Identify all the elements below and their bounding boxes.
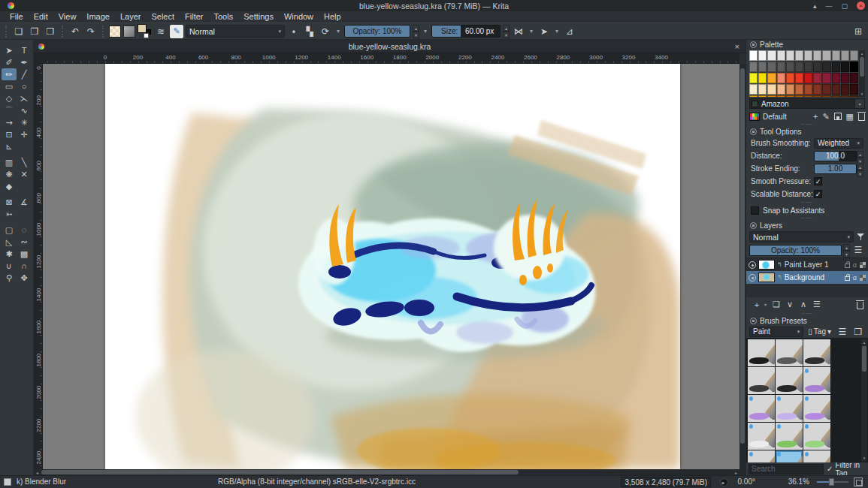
chevron-down-icon[interactable]: ▾ [334,25,342,38]
palette-icon[interactable] [749,113,760,121]
snap-to-assistants-row[interactable]: Snap to Assistants [746,205,868,216]
gradient-chooser[interactable] [123,26,135,38]
palette-color-swatch[interactable] [786,62,794,72]
menu-file[interactable]: File [5,11,29,23]
edit-shapes-tool[interactable]: ✐ [2,56,17,68]
smart-patch-tool[interactable]: ✕ [17,168,32,180]
brush-preset-cell[interactable] [776,450,803,462]
scroll-down-icon[interactable]: ▾ [859,91,865,97]
spin-down-icon[interactable]: ▾ [503,32,510,38]
brush-preset-cell[interactable] [748,450,775,462]
tool-option-slider[interactable]: 100.0 [814,151,857,161]
delete-swatch-icon[interactable] [858,113,865,121]
layer-inherit-alpha-icon[interactable] [860,275,866,281]
add-swatch-button[interactable]: + [813,112,818,121]
polygon-tool[interactable]: ◇ [2,92,17,104]
multibrush-tool[interactable]: ✳ [17,116,32,128]
trim-image-button[interactable]: ⊿ [563,25,576,38]
spin-up-icon[interactable]: ▴ [857,164,863,170]
palette-color-swatch[interactable] [777,50,785,61]
toolbar-grip[interactable] [102,26,104,38]
preserve-alpha-button[interactable]: ▚ [303,25,316,38]
close-document-icon[interactable]: × [735,40,739,53]
chevron-down-icon[interactable]: ▾ [422,25,429,38]
size-spinner[interactable]: ▴ ▾ [503,25,510,38]
spin-up-icon[interactable]: ▴ [857,151,863,158]
palette-color-swatch[interactable] [841,50,849,61]
brush-preset-cell[interactable] [803,395,830,422]
palette-color-swatch[interactable] [804,73,812,83]
palette-color-swatch[interactable] [804,50,812,61]
palette-color-swatch[interactable] [786,95,794,97]
scroll-down-icon[interactable]: ▾ [861,455,867,461]
menu-help[interactable]: Help [319,11,346,23]
pattern-edit-tool[interactable]: ❋ [2,168,17,180]
layer-name[interactable]: Background [785,273,824,282]
palette-color-swatch[interactable] [767,62,776,72]
palette-collection-dropdown[interactable]: Amazon ▾ [749,98,865,109]
palette-color-swatch[interactable] [758,95,767,97]
tool-option-spinner[interactable]: ▴▾ [857,151,863,161]
bezier-curve-tool[interactable]: ⌒ [2,104,17,116]
brush-presets-scrollbar[interactable]: ▴ ▾ [861,339,867,461]
brush-presets-scrollbar-handle[interactable] [862,346,866,372]
spin-down-icon[interactable]: ▾ [413,32,419,38]
palette-color-swatch[interactable] [786,50,794,61]
tool-option-checkbox[interactable]: ✓ [814,177,822,185]
ellipse-selection-tool[interactable]: ◌ [17,224,32,236]
brush-preset-cell[interactable] [748,367,775,394]
palette-color-swatch[interactable] [813,73,821,83]
zoom-mode-icon[interactable] [854,477,863,486]
palette-color-swatch[interactable] [795,62,803,72]
layer-thumbnail[interactable] [758,260,775,270]
eraser-mode-button[interactable]: ⬩ [287,25,301,38]
pan-tool[interactable]: ✥ [17,272,32,284]
palette-color-swatch[interactable] [749,95,758,97]
chevron-down-icon[interactable]: ▾ [553,25,561,38]
lock-docker-icon[interactable] [750,222,757,229]
palette-color-swatch[interactable] [832,50,840,61]
palette-color-swatch[interactable] [758,73,767,83]
brush-size-slider[interactable]: Size: 60.00 px [431,25,501,38]
palette-color-swatch[interactable] [841,84,849,95]
similar-selection-tool[interactable]: ▩ [17,248,32,260]
shape-select-tool[interactable]: ➤ [2,44,17,56]
palette-color-swatch[interactable] [749,62,758,72]
menu-filter[interactable]: Filter [180,11,208,23]
brush-preset-cell[interactable] [748,395,775,422]
measure-tool[interactable]: ∡ [17,196,32,208]
layer-visibility-icon[interactable] [749,274,756,282]
zoom-slider-handle[interactable] [829,478,834,486]
brush-category-dropdown[interactable]: Paint ▾ [749,327,803,337]
menu-settings[interactable]: Settings [238,11,279,23]
tool-options-docker-header[interactable]: Tool Options [746,127,868,137]
palette-color-swatch[interactable] [777,84,785,95]
pattern-chooser[interactable] [109,26,121,38]
save-document-button[interactable]: ❒ [44,25,57,38]
filter-check-icon[interactable]: ✓ [827,465,833,473]
layer-visibility-icon[interactable] [749,261,756,269]
menu-layer[interactable]: Layer [115,11,147,23]
maximize-window-button[interactable]: ▢ [841,2,848,10]
palette-color-swatch[interactable] [804,95,812,97]
workspace-chooser-button[interactable]: ⊞ [851,25,865,38]
layer-lock-icon[interactable] [845,276,850,281]
palette-color-swatch[interactable] [749,73,758,83]
brush-preset-cell[interactable] [803,367,830,394]
layer-properties-button[interactable]: ☰ [811,299,823,311]
bezier-selection-tool[interactable]: ∪ [2,260,17,272]
duplicate-layer-button[interactable]: ❏ [770,299,782,311]
spin-down-icon[interactable]: ▾ [843,251,850,258]
brush-preset-cell[interactable] [803,423,830,450]
layers-docker-header[interactable]: Layers [746,221,868,230]
palette-color-swatch[interactable] [850,84,858,95]
palette-color-swatch[interactable] [841,95,849,97]
chevron-down-icon[interactable]: ▾ [528,25,535,38]
title-bar[interactable]: blue-yellow-seaslug.kra (79.7 MiB) — Kri… [0,0,868,11]
scroll-up-icon[interactable]: ▴ [861,339,867,345]
zoom-slider[interactable] [817,481,848,483]
palette-color-swatch[interactable] [795,73,803,83]
brush-preset-cell[interactable] [748,339,775,366]
chevron-down-icon[interactable]: ▾ [854,99,864,108]
undo-button[interactable]: ↶ [68,25,82,38]
